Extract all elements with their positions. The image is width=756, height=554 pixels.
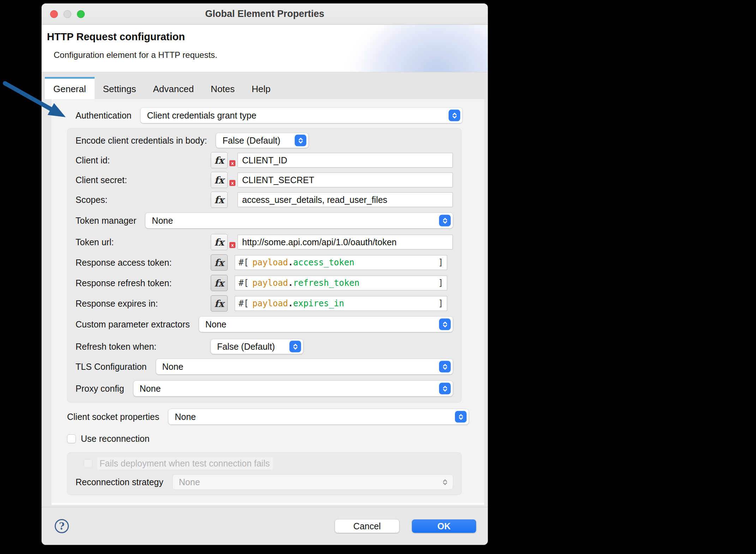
error-badge-icon: x [229, 242, 235, 248]
fx-expression-button[interactable]: fx [211, 172, 228, 188]
dialog-footer: ? Cancel OK [42, 507, 488, 545]
chevron-up-down-icon [439, 476, 451, 488]
scopes-row: Scopes: fx [76, 192, 453, 208]
chevron-up-down-icon [439, 383, 451, 395]
window-title: Global Element Properties [205, 8, 324, 19]
client-credentials-panel: Encode client credentials in body: False… [67, 128, 462, 403]
tab-content: Authentication Client credentials grant … [42, 99, 488, 507]
tab-help[interactable]: Help [243, 77, 279, 99]
client-id-input[interactable] [238, 153, 453, 168]
client-socket-row: Client socket properties None [67, 409, 462, 424]
question-mark-icon: ? [59, 521, 65, 532]
chevron-up-down-icon [439, 215, 451, 227]
token-manager-select[interactable]: None [145, 213, 453, 228]
response-refresh-token-expression[interactable]: #[payload.refresh_token] [235, 276, 447, 290]
error-badge-icon: x [229, 160, 235, 166]
client-socket-label: Client socket properties [67, 412, 159, 422]
fx-icon: fx [214, 298, 224, 309]
tab-general[interactable]: General [45, 77, 95, 99]
fx-icon: fx [214, 194, 224, 205]
dialog-banner: HTTP Request configuration Configuration… [42, 25, 488, 72]
token-url-label: Token url: [76, 237, 211, 247]
reconnection-panel: Fails deployment when test connection fa… [67, 452, 462, 495]
encode-credentials-select[interactable]: False (Default) [216, 133, 308, 148]
title-bar: Global Element Properties [42, 4, 488, 25]
error-badge-icon: x [229, 180, 235, 186]
fails-deployment-row: Fails deployment when test connection fa… [84, 457, 453, 470]
client-socket-select[interactable]: None [168, 409, 469, 424]
fx-icon: fx [214, 175, 224, 186]
chevron-up-down-icon [449, 110, 460, 121]
minimize-window-button[interactable] [64, 10, 71, 18]
close-window-button[interactable] [50, 10, 58, 18]
token-manager-row: Token manager None [76, 213, 453, 228]
token-url-row: Token url: fx x [76, 234, 453, 250]
fx-icon: fx [214, 155, 224, 166]
chevron-up-down-icon [439, 361, 451, 373]
token-url-input[interactable] [238, 235, 453, 249]
response-access-token-expression[interactable]: #[payload.access_token] [235, 255, 447, 270]
reconnection-strategy-select: None [173, 475, 453, 489]
use-reconnection-label: Use reconnection [81, 434, 150, 444]
encode-credentials-row: Encode client credentials in body: False… [76, 133, 453, 148]
response-access-token-row: Response access token: fx #[payload.acce… [76, 254, 453, 271]
refresh-token-when-row: Refresh token when: False (Default) [76, 339, 453, 354]
page-title: HTTP Request configuration [47, 31, 185, 43]
chevron-up-down-icon [295, 135, 306, 146]
scopes-input[interactable] [238, 192, 453, 207]
authentication-label: Authentication [76, 110, 131, 121]
custom-extractors-row: Custom parameter extractors None [76, 317, 453, 332]
tls-configuration-label: TLS Configuration [76, 362, 147, 372]
client-id-row: Client id: fx x [76, 152, 453, 168]
fx-expression-button[interactable]: fx [211, 192, 228, 208]
fx-expression-button[interactable]: fx [211, 152, 228, 168]
tab-bar: General Settings Advanced Notes Help [42, 72, 488, 99]
use-reconnection-checkbox[interactable] [67, 434, 76, 443]
window-controls [50, 4, 85, 24]
help-button[interactable]: ? [55, 519, 69, 533]
fails-deployment-checkbox [84, 459, 92, 468]
fx-expression-button[interactable]: fx [211, 275, 228, 291]
response-expires-in-label: Response expires in: [76, 299, 211, 309]
chevron-up-down-icon [455, 411, 467, 423]
use-reconnection-row: Use reconnection [67, 434, 484, 444]
proxy-config-label: Proxy config [76, 384, 124, 394]
encode-credentials-label: Encode client credentials in body: [76, 136, 207, 146]
custom-extractors-select[interactable]: None [199, 317, 453, 332]
tab-notes[interactable]: Notes [202, 77, 243, 99]
response-access-token-label: Response access token: [76, 258, 211, 268]
fx-icon: fx [214, 237, 224, 248]
proxy-config-row: Proxy config None [76, 381, 453, 396]
fails-deployment-label: Fails deployment when test connection fa… [97, 457, 273, 470]
refresh-token-when-label: Refresh token when: [76, 342, 211, 352]
ok-button[interactable]: OK [412, 519, 476, 533]
fx-expression-button[interactable]: fx [211, 234, 228, 250]
scopes-label: Scopes: [76, 195, 211, 205]
global-element-properties-dialog: Global Element Properties HTTP Request c… [42, 4, 488, 545]
fx-expression-button[interactable]: fx [211, 295, 228, 312]
chevron-up-down-icon [289, 341, 301, 353]
proxy-config-select[interactable]: None [133, 381, 453, 396]
banner-decoration [361, 25, 488, 72]
client-secret-input[interactable] [238, 173, 453, 187]
response-expires-in-expression[interactable]: #[payload.expires_in] [235, 296, 447, 311]
response-refresh-token-label: Response refresh token: [76, 278, 211, 288]
fx-expression-button[interactable]: fx [211, 254, 228, 271]
token-manager-label: Token manager [76, 216, 136, 226]
response-expires-in-row: Response expires in: fx #[payload.expire… [76, 295, 453, 312]
reconnection-strategy-label: Reconnection strategy [76, 477, 163, 487]
zoom-window-button[interactable] [77, 10, 85, 18]
chevron-up-down-icon [439, 319, 451, 330]
custom-extractors-label: Custom parameter extractors [76, 319, 190, 330]
client-secret-label: Client secret: [76, 175, 211, 185]
tab-advanced[interactable]: Advanced [144, 77, 202, 99]
refresh-token-when-select[interactable]: False (Default) [211, 339, 303, 354]
authentication-select[interactable]: Client credentials grant type [140, 108, 462, 123]
client-id-label: Client id: [76, 155, 211, 165]
tls-configuration-select[interactable]: None [156, 359, 453, 374]
cancel-button[interactable]: Cancel [335, 519, 399, 533]
fx-icon: fx [214, 257, 224, 268]
client-secret-row: Client secret: fx x [76, 172, 453, 188]
tab-settings[interactable]: Settings [95, 77, 145, 99]
fx-icon: fx [214, 278, 224, 289]
